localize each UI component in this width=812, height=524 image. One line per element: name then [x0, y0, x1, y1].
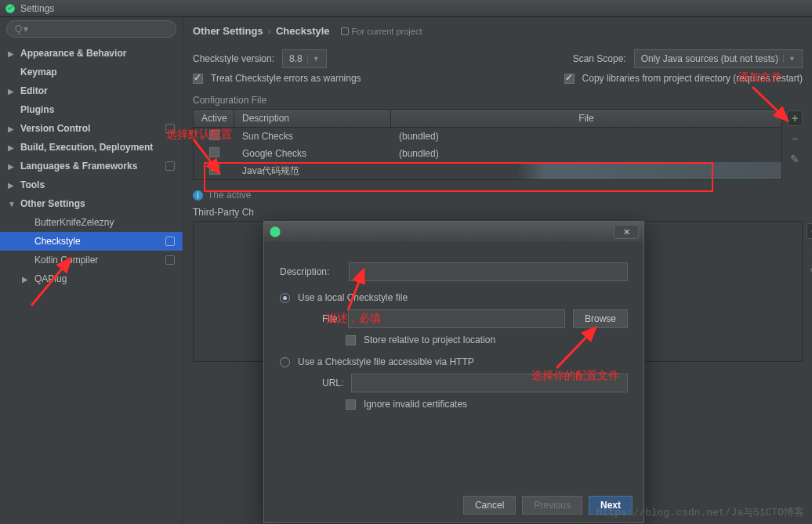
th-active[interactable]: Active [194, 110, 234, 127]
row-active-checkbox[interactable] [209, 164, 219, 175]
row-active-checkbox[interactable] [209, 130, 219, 140]
copy-libs-label[interactable]: Copy libraries from project directory (r… [582, 73, 803, 84]
description-input[interactable] [349, 262, 628, 281]
project-scope-icon [165, 161, 175, 171]
edit-config-button[interactable]: ✎ [787, 151, 803, 167]
th-desc[interactable]: Description [234, 110, 391, 127]
tree-checkstyle[interactable]: Checkstyle [0, 232, 183, 251]
local-file-radio[interactable] [280, 293, 290, 303]
row-active-checkbox[interactable] [209, 147, 219, 157]
add-config-dialog: ✕ Description: Use a local Checkstyle fi… [263, 221, 644, 523]
svg-point-1 [270, 226, 280, 237]
copy-libs-checkbox[interactable] [564, 74, 575, 84]
dialog-close-button[interactable]: ✕ [614, 225, 639, 239]
treat-warnings-checkbox[interactable] [193, 74, 203, 84]
row-desc: Sun Checks [234, 131, 391, 142]
ignore-cert-checkbox[interactable] [346, 399, 356, 410]
store-relative-checkbox[interactable] [346, 335, 356, 345]
remove-config-button[interactable]: − [787, 131, 803, 146]
http-file-label[interactable]: Use a Checkstyle file accessible via HTT… [298, 356, 474, 367]
move-up-button[interactable]: ↑ [807, 284, 812, 300]
row-file: (bundled) [391, 148, 447, 159]
tree-kotlin[interactable]: Kotlin Compiler [0, 251, 183, 269]
add-config-button[interactable]: + [787, 110, 803, 126]
config-table: Active Description File Sun Checks (bund… [193, 109, 782, 180]
http-file-radio[interactable] [280, 357, 290, 367]
edit-thirdparty-button[interactable]: ✎ [807, 264, 812, 280]
tree-other[interactable]: ▼Other Settings [0, 194, 183, 213]
dialog-logo-icon [269, 226, 281, 238]
tree-tools[interactable]: ▶Tools [0, 175, 183, 194]
row-desc: Google Checks [234, 148, 391, 159]
desc-label: Description: [280, 266, 341, 277]
version-label: Checkstyle version: [193, 53, 274, 64]
file-path-input[interactable] [348, 309, 565, 328]
add-thirdparty-button[interactable]: + [807, 223, 812, 239]
url-input[interactable] [351, 374, 628, 392]
breadcrumb: Other Settings › Checkstyle For current … [193, 17, 803, 45]
crumb-other[interactable]: Other Settings [193, 25, 263, 37]
previous-button[interactable]: Previous [522, 496, 582, 515]
move-down-button[interactable]: ↓ [807, 305, 812, 320]
tree-editor[interactable]: ▶Editor [0, 81, 183, 100]
table-row[interactable]: Google Checks (bundled) [194, 145, 781, 162]
scope-label: Scan Scope: [573, 53, 626, 64]
row-desc: Java代码规范 [234, 164, 391, 178]
project-scope-icon [165, 255, 175, 265]
project-scope-icon [165, 237, 175, 246]
tree-appearance[interactable]: ▶Appearance & Behavior [0, 44, 183, 63]
tree-butterknife[interactable]: ButterKnifeZelezny [0, 213, 183, 232]
tree-build[interactable]: ▶Build, Execution, Deployment [0, 138, 183, 157]
settings-sidebar: Q▾ ▶Appearance & Behavior Keymap ▶Editor… [0, 17, 183, 524]
window-title: Settings [20, 3, 54, 14]
treat-warnings-label[interactable]: Treat Checkstyle errors as warnings [211, 73, 361, 84]
ignore-cert-label[interactable]: Ignore invalid certificates [364, 399, 467, 410]
store-relative-label[interactable]: Store relative to project location [364, 334, 495, 345]
url-label: URL: [322, 378, 343, 388]
project-scope-icon [165, 124, 175, 133]
titlebar: Settings [0, 0, 812, 17]
dialog-titlebar[interactable]: ✕ [264, 222, 643, 242]
row-file: (bundled) [391, 131, 447, 142]
local-file-label[interactable]: Use a local Checkstyle file [298, 292, 408, 303]
settings-tree: ▶Appearance & Behavior Keymap ▶Editor Pl… [0, 41, 183, 288]
info-hint: i The active [193, 190, 803, 201]
cancel-button[interactable]: Cancel [463, 496, 516, 515]
version-select[interactable]: 8.8▼ [282, 49, 327, 68]
watermark: https://blog.csdn.net/Ja与51CTO博客 [596, 505, 804, 519]
tree-lang[interactable]: ▶Languages & Frameworks [0, 157, 183, 175]
table-row[interactable]: Java代码规范 [194, 162, 781, 179]
scope-select[interactable]: Only Java sources (but not tests)▼ [634, 49, 803, 68]
th-file[interactable]: File [391, 110, 781, 127]
tree-keymap[interactable]: Keymap [0, 63, 183, 81]
search-input[interactable]: Q▾ [6, 20, 176, 38]
file-label: File: [322, 313, 340, 324]
info-icon: i [193, 190, 203, 201]
tree-vcs[interactable]: ▶Version Control [0, 119, 183, 138]
remove-thirdparty-button[interactable]: − [807, 244, 812, 259]
for-project-badge: For current project [341, 27, 422, 36]
tree-qaplug[interactable]: ▶QAPlug [0, 269, 183, 288]
config-file-label: Configuration File [193, 95, 803, 106]
tree-plugins[interactable]: Plugins [0, 100, 183, 119]
app-logo-icon [5, 3, 16, 14]
thirdparty-label: Third-Party Ch [193, 207, 803, 218]
browse-button[interactable]: Browse [573, 309, 628, 328]
crumb-checkstyle: Checkstyle [276, 25, 330, 37]
table-row[interactable]: Sun Checks (bundled) [194, 128, 781, 145]
